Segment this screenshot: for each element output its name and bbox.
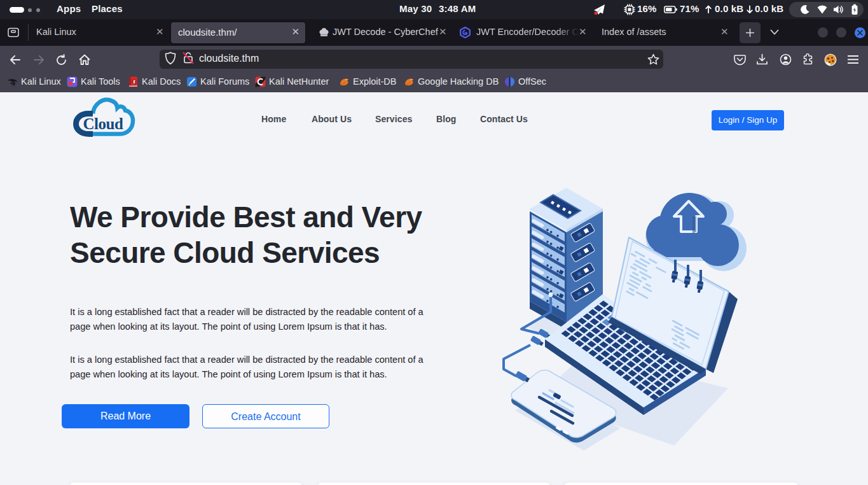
svg-text:Cloud: Cloud	[83, 115, 123, 132]
